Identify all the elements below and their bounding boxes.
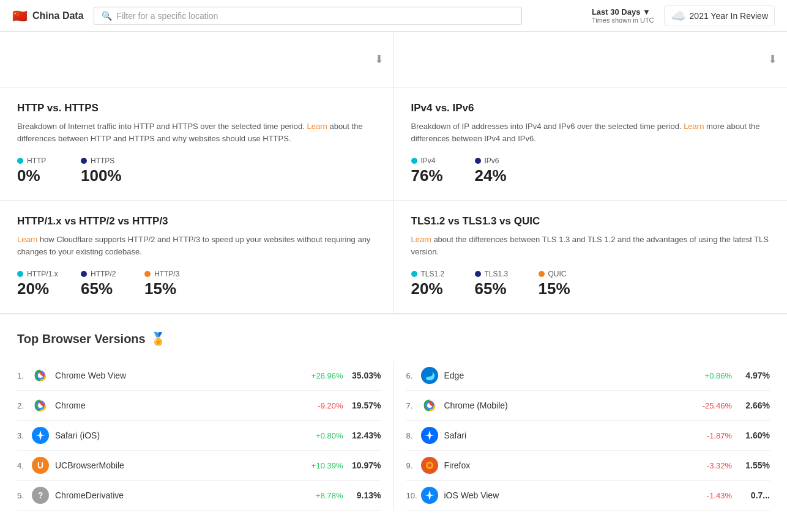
ipv4-metric: IPv4 76% (411, 157, 460, 185)
browser-rank: 10. (406, 491, 421, 500)
http3-label: HTTP/3 (144, 270, 193, 278)
browser-icon (32, 367, 49, 384)
ipv6-metric: IPv6 24% (475, 157, 524, 185)
tls13-dot (475, 271, 481, 277)
browser-change: -3.32% (696, 461, 732, 470)
http2-metric: HTTP/2 65% (81, 270, 130, 298)
browser-pct: 4.97% (739, 371, 770, 380)
http3-metric: HTTP/3 15% (144, 270, 193, 298)
browser-change: -9.20% (308, 401, 343, 410)
browser-pct: 1.60% (739, 430, 770, 440)
http3-value: 15% (144, 279, 193, 298)
http-versions-metrics: HTTP/1.x 20% HTTP/2 65% HTTP/3 15% (17, 270, 376, 298)
http2-label: HTTP/2 (81, 270, 130, 278)
browser-icon (421, 427, 438, 444)
https-label: HTTPS (81, 157, 130, 165)
browser-rank: 5. (17, 491, 32, 500)
svg-point-20 (428, 464, 431, 467)
year-review-label: 2021 Year In Review (690, 11, 768, 21)
browser-name: Chrome (55, 401, 308, 410)
http1-metric: HTTP/1.x 20% (17, 270, 66, 298)
http-versions-learn-link[interactable]: Learn (17, 235, 37, 244)
search-placeholder-text: Filter for a specific location (117, 11, 218, 21)
date-filter[interactable]: Last 30 Days ▼ Times shown in UTC (592, 7, 654, 24)
site-logo: 🇨🇳 China Data (12, 9, 84, 23)
search-bar[interactable]: 🔍 Filter for a specific location (94, 7, 522, 25)
list-item: 5. ? ChromeDerivative +8.78% 9.13% (17, 481, 381, 511)
tls13-label: TLS1.3 (475, 270, 524, 278)
http-https-section: HTTP vs. HTTPS Breakdown of Internet tra… (0, 87, 394, 200)
tls12-metric: TLS1.2 20% (411, 270, 460, 298)
header-right: Last 30 Days ▼ Times shown in UTC ☁️ 202… (592, 6, 775, 26)
browser-change: -1.87% (696, 431, 732, 440)
ipv4-ipv6-section: IPv4 vs. IPv6 Breakdown of IP addresses … (394, 87, 788, 200)
browser-icon (421, 367, 438, 384)
download-icon-right[interactable]: ⬇ (768, 53, 777, 66)
http-metric: HTTP 0% (17, 157, 66, 185)
browser-pct: 0.7... (739, 490, 770, 500)
chart-left-partial: ⬇ (0, 32, 394, 87)
ipv6-value: 24% (475, 166, 524, 185)
http-value: 0% (17, 166, 66, 185)
browser-icon: ? (32, 487, 49, 504)
browser-rank: 3. (17, 431, 32, 440)
tls12-value: 20% (411, 279, 460, 298)
list-item: 8. Safari -1.87% 1.60% (406, 421, 770, 451)
https-metric: HTTPS 100% (81, 157, 130, 185)
https-value: 100% (81, 166, 130, 185)
http-https-learn-link[interactable]: Learn (307, 122, 327, 131)
date-filter-label: Last 30 Days ▼ (592, 7, 654, 17)
browser-col-left: 1. Chrome Web View +28.96% 35.03% 2. Chr… (17, 361, 394, 511)
list-item: 1. Chrome Web View +28.96% 35.03% (17, 361, 381, 391)
browser-name: ChromeDerivative (55, 490, 308, 500)
http-https-title: HTTP vs. HTTPS (17, 102, 376, 114)
chart-right-partial: ⬇ (394, 32, 788, 87)
http1-label: HTTP/1.x (17, 270, 66, 278)
browser-icon (421, 397, 438, 414)
svg-text:?: ? (38, 490, 43, 500)
ipv4-ipv6-desc: Breakdown of IP addresses into IPv4 and … (411, 120, 770, 144)
browser-name: UCBrowserMobile (55, 460, 308, 470)
list-item: 9. Firefox -3.32% 1.55% (406, 451, 770, 481)
ipv4-ipv6-learn-link[interactable]: Learn (684, 122, 704, 131)
http-versions-desc: Learn how Cloudflare supports HTTP/2 and… (17, 234, 376, 257)
svg-point-12 (421, 367, 438, 384)
tls-desc: Learn about the differences between TLS … (411, 234, 770, 257)
quic-dot (539, 271, 545, 277)
browser-icon: U (32, 457, 49, 474)
http1-value: 20% (17, 279, 66, 298)
http-versions-section: HTTP/1.x vs HTTP/2 vs HTTP/3 Learn how C… (0, 201, 394, 313)
browser-rank: 1. (17, 371, 32, 380)
download-icon-left[interactable]: ⬇ (375, 53, 384, 66)
list-item: 10. iOS Web View -1.43% 0.7... (406, 481, 770, 511)
ipv4-ipv6-metrics: IPv4 76% IPv6 24% (411, 157, 770, 185)
browser-change: +0.80% (308, 431, 343, 440)
cloudflare-badge: ☁️ 2021 Year In Review (664, 6, 775, 26)
browser-change: -1.43% (696, 491, 732, 500)
browser-name: Firefox (444, 460, 697, 470)
trophy-icon: 🏅 (151, 331, 166, 346)
browser-rank: 7. (406, 401, 421, 410)
browser-name: Edge (444, 371, 697, 380)
tls13-metric: TLS1.3 65% (475, 270, 524, 298)
quic-label: QUIC (539, 270, 587, 278)
http2-value: 65% (81, 279, 130, 298)
browser-rank: 8. (406, 431, 421, 440)
tls-section: TLS1.2 vs TLS1.3 vs QUIC Learn about the… (394, 201, 788, 313)
browser-name: Safari (iOS) (55, 430, 308, 440)
http-dot (17, 158, 23, 164)
browser-change: +28.96% (308, 371, 343, 380)
ipv4-dot (411, 158, 417, 164)
browser-pct: 2.66% (739, 401, 770, 410)
browser-rank: 4. (17, 461, 32, 470)
tls13-value: 65% (475, 279, 524, 298)
header: 🇨🇳 China Data 🔍 Filter for a specific lo… (0, 0, 787, 32)
cloudflare-icon: ☁️ (671, 9, 686, 23)
browser-icon (421, 487, 438, 504)
tls-learn-link[interactable]: Learn (411, 235, 431, 244)
browser-name: iOS Web View (444, 490, 697, 500)
browser-col-right: 6. Edge +0.86% 4.97% 7. Chrome (Mobile) … (394, 361, 770, 511)
ipv4-label: IPv4 (411, 157, 460, 165)
http1-dot (17, 271, 23, 277)
browser-name: Chrome Web View (55, 371, 308, 380)
